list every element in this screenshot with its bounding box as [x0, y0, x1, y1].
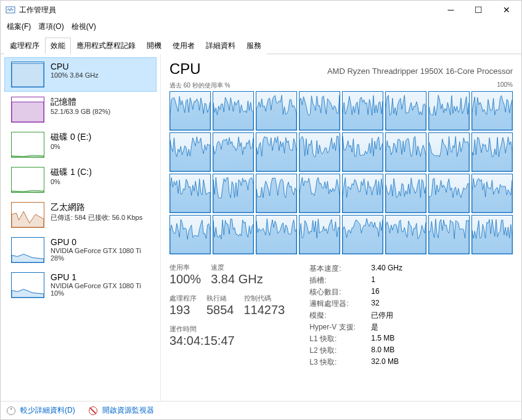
tab-4[interactable]: 使用者: [167, 38, 200, 54]
core-chart-22: [428, 174, 470, 213]
threads-value: 5854: [206, 303, 234, 317]
info-row: 基本速度:3.40 GHz: [309, 263, 402, 275]
tab-1[interactable]: 效能: [45, 38, 71, 54]
open-resmon-link[interactable]: 開啟資源監視器: [102, 405, 154, 416]
tab-6[interactable]: 服務: [241, 38, 267, 54]
info-key: 模擬:: [309, 310, 371, 321]
core-chart-27: [299, 215, 340, 254]
menu-options[interactable]: 選項(O): [36, 20, 66, 33]
sidebar-item-6[interactable]: GPU 1NVIDIA GeForce GTX 1080 Ti 10%: [4, 268, 157, 302]
info-key: 核心數目:: [309, 286, 371, 298]
core-chart-5: [385, 91, 426, 131]
sidebar-item-title: GPU 0: [51, 237, 141, 247]
sidebar-item-0[interactable]: CPU100% 3.84 GHz: [4, 57, 157, 92]
menu-view[interactable]: 檢視(V): [69, 20, 99, 33]
info-row: L2 快取:8.0 MB: [309, 345, 402, 357]
sidebar-item-1[interactable]: 記憶體52.1/63.9 GB (82%): [4, 92, 157, 127]
info-key: 基本速度:: [309, 263, 371, 275]
info-row: 邏輯處理器:32: [309, 298, 402, 310]
sidebar: CPU100% 3.84 GHz記憶體52.1/63.9 GB (82%)磁碟 …: [1, 54, 161, 401]
core-chart-25: [213, 215, 254, 254]
sidebar-item-2[interactable]: 磁碟 0 (E:)0%: [4, 127, 157, 162]
info-row: 模擬:已停用: [309, 310, 402, 321]
processes-value: 193: [169, 303, 197, 317]
info-table: 基本速度:3.40 GHz插槽:1核心數目:16邏輯處理器:32模擬:已停用Hy…: [309, 263, 402, 368]
sidebar-graph: [11, 272, 44, 298]
tab-0[interactable]: 處理程序: [4, 38, 45, 54]
sidebar-item-detail: 52.1/63.9 GB (82%): [51, 108, 110, 115]
core-chart-13: [385, 132, 426, 172]
sidebar-item-detail: 0%: [51, 178, 92, 185]
core-chart-14: [428, 132, 470, 172]
fewer-details-link[interactable]: 較少詳細資料(D): [20, 405, 75, 416]
info-val: 1: [371, 275, 375, 286]
core-chart-28: [342, 215, 383, 254]
info-row: L3 快取:32.0 MB: [309, 357, 402, 368]
speed-label: 速度: [211, 263, 263, 272]
core-chart-29: [385, 215, 426, 254]
core-chart-10: [256, 132, 297, 172]
core-chart-1: [213, 91, 254, 131]
usage-value: 100%: [169, 272, 201, 286]
sidebar-item-detail: 已傳送: 584 已接收: 56.0 Kbps: [51, 213, 142, 222]
core-chart-16: [169, 174, 211, 213]
core-chart-31: [471, 215, 513, 254]
core-chart-20: [342, 174, 383, 213]
sidebar-graph: [11, 202, 44, 228]
sidebar-item-title: GPU 1: [51, 272, 141, 282]
tab-5[interactable]: 詳細資料: [200, 38, 241, 54]
info-key: 邏輯處理器:: [309, 298, 371, 310]
tab-3[interactable]: 開機: [141, 38, 167, 54]
info-key: L3 快取:: [309, 357, 371, 368]
core-chart-21: [385, 174, 426, 213]
window-title: 工作管理員: [19, 5, 437, 15]
sidebar-graph: [11, 97, 44, 123]
info-row: Hyper-V 支援:是: [309, 321, 402, 333]
core-chart-24: [169, 215, 211, 254]
info-key: L1 快取:: [309, 333, 371, 345]
main-panel: CPU AMD Ryzen Threadripper 1950X 16-Core…: [161, 54, 521, 401]
chevron-up-icon[interactable]: ˄: [7, 406, 15, 415]
close-button[interactable]: ✕: [492, 1, 520, 18]
info-val: 已停用: [371, 310, 393, 321]
speed-value: 3.84 GHz: [211, 272, 263, 286]
core-chart-26: [256, 215, 297, 254]
core-chart-8: [169, 132, 211, 172]
sidebar-graph: [11, 167, 44, 193]
info-key: Hyper-V 支援:: [309, 321, 371, 333]
usage-label: 使用率: [169, 263, 201, 272]
handles-label: 控制代碼: [244, 294, 285, 303]
sidebar-item-detail: NVIDIA GeForce GTX 1080 Ti 10%: [51, 282, 141, 297]
core-chart-7: [471, 91, 513, 131]
maximize-button[interactable]: ☐: [465, 1, 492, 18]
info-val: 3.40 GHz: [371, 263, 402, 275]
core-chart-0: [169, 91, 211, 131]
menu-file[interactable]: 檔案(F): [4, 20, 33, 33]
sidebar-graph: [11, 62, 44, 87]
task-manager-icon: [6, 5, 15, 15]
minimize-button[interactable]: ─: [437, 1, 465, 18]
info-val: 16: [371, 286, 379, 298]
info-key: L2 快取:: [309, 345, 371, 357]
tabs: 處理程序效能應用程式歷程記錄開機使用者詳細資料服務: [1, 34, 521, 54]
cpu-name: AMD Ryzen Threadripper 1950X 16-Core Pro…: [327, 67, 513, 76]
info-val: 32: [371, 298, 379, 310]
core-chart-30: [428, 215, 470, 254]
sidebar-item-5[interactable]: GPU 0NVIDIA GeForce GTX 1080 Ti 28%: [4, 233, 157, 267]
uptime-label: 運作時間: [169, 325, 235, 334]
menubar: 檔案(F) 選項(O) 檢視(V): [1, 19, 521, 34]
chart-label-right: 100%: [497, 81, 513, 90]
blocked-icon: [89, 406, 97, 415]
sidebar-item-detail: 0%: [51, 143, 91, 150]
processes-label: 處理程序: [169, 294, 197, 303]
sidebar-item-3[interactable]: 磁碟 1 (C:)0%: [4, 163, 157, 197]
core-grid: [169, 91, 513, 254]
core-chart-19: [299, 174, 340, 213]
core-chart-2: [256, 91, 297, 131]
tab-2[interactable]: 應用程式歷程記錄: [71, 38, 141, 54]
sidebar-item-title: 磁碟 1 (C:): [51, 167, 92, 178]
info-row: 核心數目:16: [309, 286, 402, 298]
sidebar-item-4[interactable]: 乙太網路已傳送: 584 已接收: 56.0 Kbps: [4, 198, 157, 232]
info-key: 插槽:: [309, 275, 371, 286]
core-chart-3: [299, 91, 340, 131]
